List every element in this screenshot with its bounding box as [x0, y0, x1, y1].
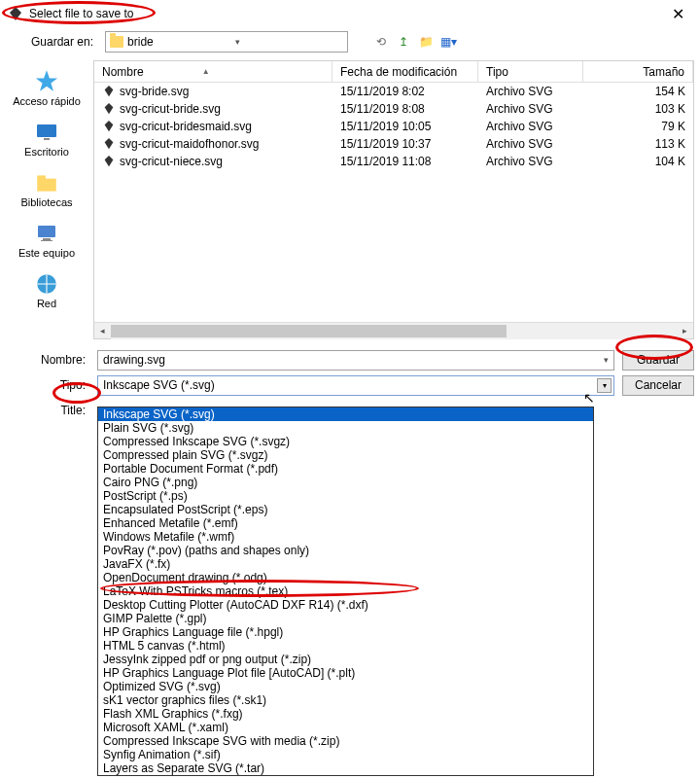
- file-name: svg-bride.svg: [120, 85, 189, 98]
- col-header-size[interactable]: Tamaño: [583, 61, 693, 82]
- folder-icon: [110, 36, 123, 48]
- filetype-option[interactable]: HTML 5 canvas (*.html): [98, 639, 593, 653]
- filetype-option[interactable]: Desktop Cutting Plotter (AutoCAD DXF R14…: [98, 598, 593, 612]
- close-button[interactable]: ✕: [664, 5, 692, 23]
- filetype-option[interactable]: Plain SVG (*.svg): [98, 421, 593, 435]
- chevron-down-icon: ▾: [235, 37, 343, 47]
- filetype-option[interactable]: HP Graphics Language Plot file [AutoCAD]…: [98, 666, 593, 680]
- filetype-option[interactable]: HP Graphics Language file (*.hpgl): [98, 625, 593, 639]
- toolbar: Guardar en: bride ▾ ⟲ ↥ 📁 ▦▾: [0, 27, 700, 56]
- filetype-option[interactable]: Cairo PNG (*.png): [98, 476, 593, 489]
- filetype-option[interactable]: Optimized SVG (*.svg): [98, 680, 593, 693]
- filetype-option[interactable]: Portable Document Format (*.pdf): [98, 462, 593, 476]
- file-date: 15/11/2019 11:08: [332, 155, 478, 168]
- file-name: svg-cricut-bridesmaid.svg: [120, 120, 252, 133]
- chevron-down-icon[interactable]: ▾: [604, 355, 609, 365]
- new-folder-button[interactable]: 📁: [416, 32, 436, 52]
- svg-rect-4: [38, 226, 55, 237]
- svg-file-icon: [102, 120, 116, 133]
- up-button[interactable]: ↥: [394, 32, 413, 52]
- filename-input[interactable]: ▾: [97, 350, 614, 371]
- file-type: Archivo SVG: [478, 85, 583, 98]
- file-type: Archivo SVG: [478, 155, 583, 168]
- filetype-option[interactable]: OpenDocument drawing (*.odg): [98, 571, 593, 584]
- file-name: svg-cricut-bride.svg: [120, 102, 221, 116]
- filetype-option[interactable]: Inkscape SVG (*.svg): [98, 407, 593, 421]
- filetype-option[interactable]: JavaFX (*.fx): [98, 557, 593, 571]
- file-type: Archivo SVG: [478, 137, 583, 151]
- folder-name: bride: [127, 35, 235, 49]
- filetype-label: Tipo:: [6, 378, 89, 392]
- svg-rect-6: [41, 240, 52, 241]
- filetype-combo[interactable]: Inkscape SVG (*.svg) ▾: [97, 375, 614, 396]
- filetype-option[interactable]: Encapsulated PostScript (*.eps): [98, 503, 593, 516]
- scroll-left-icon[interactable]: ◂: [94, 323, 111, 339]
- filename-field[interactable]: [103, 353, 604, 367]
- places-sidebar: Acceso rápidoEscritorioBibliotecasEste e…: [0, 56, 93, 343]
- filetype-option[interactable]: Enhanced Metafile (*.emf): [98, 516, 593, 530]
- save-button[interactable]: Guardar: [622, 350, 694, 371]
- svg-rect-2: [37, 179, 56, 192]
- back-button[interactable]: ⟲: [371, 32, 391, 52]
- file-date: 15/11/2019 10:37: [332, 137, 478, 151]
- sidebar-item-computer[interactable]: Este equipo: [3, 216, 90, 263]
- file-row[interactable]: svg-bride.svg15/11/2019 8:02Archivo SVG1…: [94, 83, 693, 100]
- filetype-option[interactable]: Microsoft XAML (*.xaml): [98, 721, 593, 734]
- file-row[interactable]: svg-cricut-niece.svg15/11/2019 11:08Arch…: [94, 153, 693, 170]
- scroll-right-icon[interactable]: ▸: [677, 323, 693, 339]
- sidebar-item-network[interactable]: Red: [3, 266, 90, 313]
- file-row[interactable]: svg-cricut-maidofhonor.svg15/11/2019 10:…: [94, 135, 693, 153]
- sidebar-item-label: Este equipo: [18, 247, 75, 259]
- filetype-option[interactable]: Synfig Animation (*.sif): [98, 748, 593, 761]
- file-size: 79 K: [583, 120, 693, 133]
- filetype-option[interactable]: JessyInk zipped pdf or png output (*.zip…: [98, 653, 593, 666]
- filetype-option[interactable]: PovRay (*.pov) (paths and shapes only): [98, 544, 593, 557]
- filetype-option[interactable]: sK1 vector graphics files (*.sk1): [98, 693, 593, 707]
- filetype-option[interactable]: Compressed plain SVG (*.svgz): [98, 448, 593, 462]
- filetype-option[interactable]: Compressed Inkscape SVG with media (*.zi…: [98, 734, 593, 748]
- filetype-option[interactable]: LaTeX With PSTricks macros (*.tex): [98, 584, 593, 598]
- view-menu-button[interactable]: ▦▾: [438, 32, 458, 52]
- cancel-button[interactable]: Cancelar: [622, 375, 694, 396]
- file-size: 104 K: [583, 155, 693, 168]
- titlebar: Select file to save to ✕: [0, 0, 700, 27]
- col-header-type[interactable]: Tipo: [478, 61, 583, 82]
- filetype-option[interactable]: PostScript (*.ps): [98, 489, 593, 503]
- filetype-option[interactable]: Flash XML Graphics (*.fxg): [98, 707, 593, 721]
- sidebar-item-libraries[interactable]: Bibliotecas: [3, 165, 90, 212]
- svg-file-icon: [102, 85, 116, 98]
- svg-rect-5: [43, 238, 51, 240]
- network-icon: [31, 270, 62, 298]
- file-name: svg-cricut-niece.svg: [120, 155, 223, 168]
- sidebar-item-label: Bibliotecas: [20, 196, 72, 208]
- filetype-option[interactable]: Layers as Separate SVG (*.tar): [98, 761, 593, 775]
- scrollbar-thumb[interactable]: [111, 325, 507, 337]
- file-list: Nombre▲ Fecha de modificación Tipo Tamañ…: [93, 60, 694, 339]
- sidebar-item-desktop[interactable]: Escritorio: [3, 115, 90, 161]
- sidebar-item-label: Escritorio: [24, 146, 69, 158]
- filename-label: Nombre:: [6, 353, 89, 367]
- folder-combo[interactable]: bride ▾: [105, 31, 348, 53]
- sidebar-item-star[interactable]: Acceso rápido: [3, 64, 90, 111]
- star-icon: [31, 68, 62, 95]
- filetype-value: Inkscape SVG (*.svg): [103, 378, 215, 392]
- filetype-option[interactable]: GIMP Palette (*.gpl): [98, 612, 593, 625]
- svg-rect-3: [37, 175, 46, 179]
- file-date: 15/11/2019 8:08: [332, 102, 478, 116]
- file-type: Archivo SVG: [478, 102, 583, 116]
- chevron-down-icon[interactable]: ▾: [597, 378, 612, 393]
- filetype-dropdown[interactable]: Inkscape SVG (*.svg)Plain SVG (*.svg)Com…: [97, 407, 594, 776]
- svg-file-icon: [102, 102, 116, 116]
- window-title: Select file to save to: [29, 7, 664, 20]
- col-header-name[interactable]: Nombre▲: [94, 61, 332, 82]
- col-header-date[interactable]: Fecha de modificación: [332, 61, 478, 82]
- file-row[interactable]: svg-cricut-bride.svg15/11/2019 8:08Archi…: [94, 100, 693, 118]
- desktop-icon: [31, 119, 62, 146]
- file-date: 15/11/2019 10:05: [332, 120, 478, 133]
- filetype-option[interactable]: Windows Metafile (*.wmf): [98, 530, 593, 544]
- filetype-option[interactable]: Compressed Inkscape SVG (*.svgz): [98, 435, 593, 448]
- file-date: 15/11/2019 8:02: [332, 85, 478, 98]
- file-row[interactable]: svg-cricut-bridesmaid.svg15/11/2019 10:0…: [94, 118, 693, 135]
- horizontal-scrollbar[interactable]: ◂ ▸: [94, 322, 693, 338]
- svg-file-icon: [102, 137, 116, 151]
